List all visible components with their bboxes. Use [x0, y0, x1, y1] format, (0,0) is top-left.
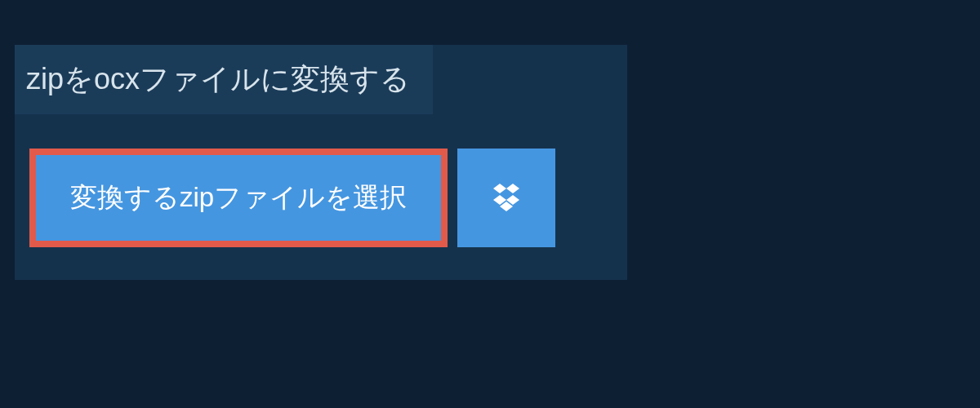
heading-row: zipをocxファイルに変換する	[15, 45, 627, 114]
page-title: zipをocxファイルに変換する	[26, 60, 410, 100]
converter-panel: zipをocxファイルに変換する 変換するzipファイルを選択	[15, 45, 627, 280]
heading-container: zipをocxファイルに変換する	[15, 45, 433, 114]
select-file-button[interactable]: 変換するzipファイルを選択	[29, 149, 448, 247]
dropbox-button[interactable]	[457, 149, 555, 247]
dropbox-icon	[490, 180, 523, 216]
action-button-row: 変換するzipファイルを選択	[29, 149, 627, 247]
select-file-label: 変換するzipファイルを選択	[70, 180, 407, 216]
